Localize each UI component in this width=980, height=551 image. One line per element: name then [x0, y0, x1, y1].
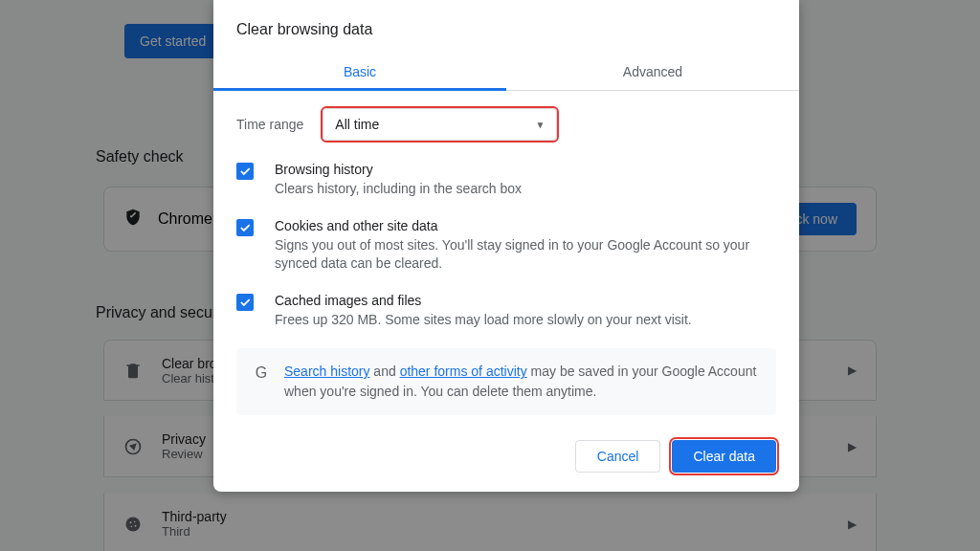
tab-advanced[interactable]: Advanced [506, 54, 799, 90]
dialog-title: Clear browsing data [236, 21, 776, 38]
cache-checkbox[interactable] [236, 294, 254, 311]
info-text: Search history and other forms of activi… [284, 362, 761, 402]
cancel-button[interactable]: Cancel [575, 440, 661, 473]
check-title: Cached images and files [275, 293, 776, 308]
check-desc: Signs you out of most sites. You'll stay… [275, 236, 776, 274]
check-desc: Clears history, including in the search … [275, 180, 776, 199]
cookies-checkbox[interactable] [236, 219, 254, 236]
check-title: Cookies and other site data [275, 218, 776, 233]
tab-basic[interactable]: Basic [213, 54, 506, 90]
dialog-tabs: Basic Advanced [213, 54, 799, 91]
time-range-value: All time [335, 117, 379, 132]
time-range-select[interactable]: All time ▼ [323, 108, 557, 141]
search-history-link[interactable]: Search history [284, 364, 369, 379]
other-activity-link[interactable]: other forms of activity [400, 364, 527, 379]
google-g-icon: G [252, 364, 271, 383]
browsing-history-checkbox[interactable] [236, 163, 254, 180]
time-range-label: Time range [236, 117, 303, 132]
dropdown-triangle-icon: ▼ [535, 120, 545, 130]
check-title: Browsing history [275, 162, 776, 177]
clear-data-button[interactable]: Clear data [672, 440, 776, 473]
check-desc: Frees up 320 MB. Some sites may load mor… [275, 311, 776, 330]
google-account-info: G Search history and other forms of acti… [236, 348, 776, 415]
clear-browsing-data-dialog: Clear browsing data Basic Advanced Time … [213, 0, 799, 492]
